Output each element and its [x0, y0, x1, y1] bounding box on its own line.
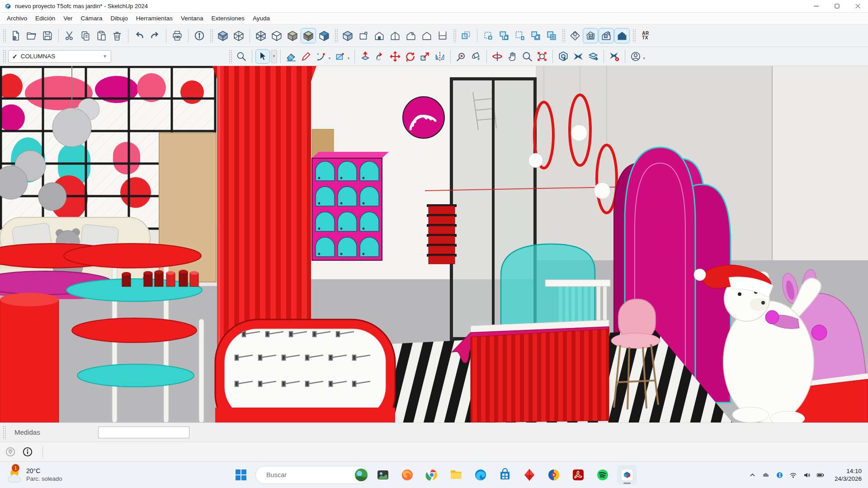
extension-manager-button[interactable] [607, 49, 622, 64]
undo-button[interactable] [132, 28, 147, 43]
pencil-button[interactable] [299, 49, 313, 64]
account-dropdown-caret[interactable]: ▼ [642, 56, 646, 61]
save-button[interactable] [40, 28, 55, 43]
menu-ventana[interactable]: Ventana [177, 14, 208, 23]
tag-dropdown[interactable]: ✓ COLUMNAS ▼ [8, 50, 111, 63]
cut-scissors-button[interactable] [62, 28, 77, 43]
rectangle-tool-button[interactable] [333, 49, 347, 64]
select-pair-filled-button[interactable] [544, 28, 559, 43]
toolbar-grip[interactable] [210, 29, 214, 42]
style-xray-button[interactable] [215, 28, 231, 43]
credits-button[interactable] [21, 445, 34, 459]
red-diamond-app-taskbar-button[interactable] [519, 465, 539, 485]
chevron-up-tray-button[interactable] [747, 469, 759, 481]
microsoft-store-taskbar-button[interactable] [495, 465, 515, 485]
menu-ver[interactable]: Ver [59, 14, 76, 23]
view-top-button[interactable] [356, 28, 371, 43]
view-back-button[interactable] [403, 28, 419, 43]
battery-tray-button[interactable] [815, 469, 826, 481]
style-textured-button[interactable] [301, 28, 316, 43]
tape-measure-button[interactable] [454, 49, 468, 64]
start-button[interactable] [231, 465, 251, 485]
view-bottom-button[interactable] [435, 28, 450, 43]
paint-bucket-button[interactable] [469, 49, 483, 64]
geolocation-button[interactable] [4, 445, 17, 459]
house-solid-button[interactable] [614, 28, 630, 43]
menu-camara[interactable]: Cámara [77, 14, 107, 23]
color-sphere-app-taskbar-button[interactable] [544, 465, 564, 485]
wifi-tray-button[interactable] [788, 469, 799, 481]
view-front-button[interactable] [372, 28, 387, 43]
warehouse-3d-button[interactable] [556, 49, 571, 64]
toolbar-grip[interactable] [632, 29, 637, 42]
paste-button[interactable] [94, 28, 109, 43]
toolbar-grip[interactable] [3, 50, 7, 63]
toolbar-grip[interactable] [335, 29, 339, 42]
select-arrow-button[interactable] [255, 49, 270, 64]
volume-tray-button[interactable] [801, 469, 813, 481]
style-shaded-button[interactable] [285, 28, 300, 43]
select-overlap-button[interactable] [458, 28, 474, 43]
viewport-3d[interactable] [0, 66, 868, 422]
select-arrow-dropdown-button[interactable]: ▼ [271, 50, 277, 63]
scale-tool-button[interactable] [418, 49, 432, 64]
arc-tool-dropdown-caret[interactable]: ▼ [328, 56, 331, 61]
photos-taskbar-button[interactable] [373, 465, 393, 485]
arc-tool-button[interactable] [314, 49, 328, 64]
taskbar-clock[interactable]: 14:10 24/3/2026 [832, 466, 864, 483]
measures-input[interactable] [98, 427, 189, 438]
toolbar-grip[interactable] [562, 29, 566, 42]
move-tool-button[interactable] [388, 49, 402, 64]
minimize-button[interactable] [806, 0, 826, 12]
close-button[interactable] [847, 0, 868, 12]
push-pull-button[interactable] [358, 49, 373, 64]
select-dashed-small-button[interactable] [512, 28, 528, 43]
eraser-button[interactable] [284, 49, 298, 64]
menu-extensiones[interactable]: Extensiones [207, 14, 249, 23]
onedrive-cloud-tray-button[interactable] [760, 469, 772, 481]
style-hidden-line-button[interactable] [269, 28, 284, 43]
firefox-taskbar-button[interactable] [397, 465, 417, 485]
file-explorer-taskbar-button[interactable] [446, 465, 466, 485]
search-input[interactable] [266, 471, 351, 479]
style-wireframe-button[interactable] [253, 28, 269, 43]
menu-dibujo[interactable]: Dibujo [107, 14, 132, 23]
follow-me-button[interactable] [373, 49, 387, 64]
account-button[interactable] [628, 49, 643, 64]
maximize-button[interactable] [826, 0, 847, 12]
style-monochrome-button[interactable] [316, 28, 332, 43]
select-dashed-button[interactable] [481, 28, 496, 43]
toolbar-grip[interactable] [3, 29, 7, 42]
delete-trash-button[interactable] [109, 28, 125, 43]
print-button[interactable] [170, 28, 185, 43]
house-photo-button[interactable] [583, 28, 598, 43]
view-left-button[interactable] [419, 28, 434, 43]
house-arrow-button[interactable] [599, 28, 614, 43]
view-iso-button[interactable] [340, 28, 355, 43]
open-folder-button[interactable] [24, 28, 39, 43]
zoom-extents-button[interactable] [535, 49, 549, 64]
extension-warehouse-button[interactable] [571, 49, 585, 64]
orbit-tool-button[interactable] [490, 49, 505, 64]
view-right-button[interactable] [387, 28, 403, 43]
weather-widget[interactable]: 1 20°C Parc. soleado [5, 466, 62, 484]
select-pair-button[interactable] [528, 28, 543, 43]
copy-button[interactable] [78, 28, 93, 43]
chrome-taskbar-button[interactable] [422, 465, 442, 485]
measures-grip[interactable] [3, 426, 7, 439]
artx-text-button[interactable]: ARTX [638, 28, 653, 43]
edge-taskbar-button[interactable] [471, 465, 491, 485]
toolbar-grip[interactable] [453, 29, 457, 42]
toolbar-grip[interactable] [229, 50, 233, 63]
taskbar-search[interactable] [255, 466, 368, 484]
rectangle-tool-dropdown-caret[interactable]: ▼ [347, 56, 350, 61]
new-document-button[interactable] [8, 28, 24, 43]
zoom-tool-button[interactable] [520, 49, 534, 64]
compass-ab-button[interactable]: CA·B [567, 28, 583, 43]
redo-button[interactable] [147, 28, 163, 43]
style-back-edges-button[interactable] [231, 28, 246, 43]
menu-herramientas[interactable]: Herramientas [132, 14, 177, 23]
pan-tool-button[interactable] [505, 49, 519, 64]
sketchup-taskbar-button[interactable] [617, 465, 637, 485]
select-l-shape-button[interactable] [496, 28, 512, 43]
